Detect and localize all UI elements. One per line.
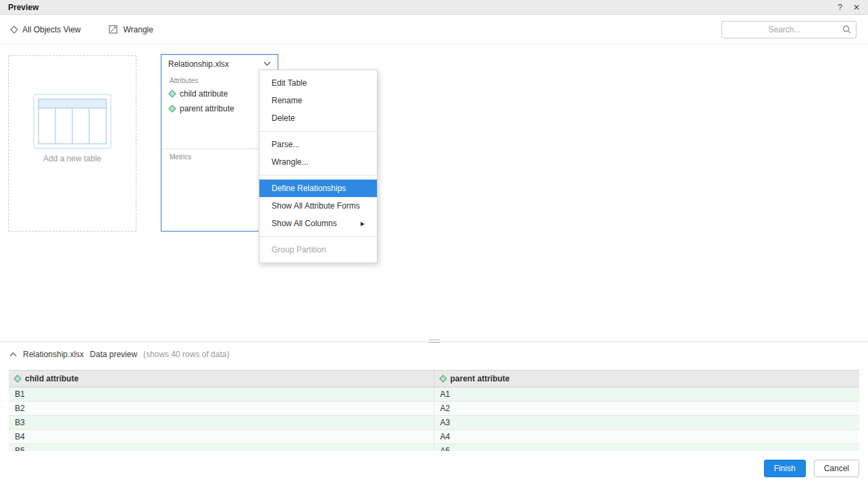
title-bar: Preview ? ✕ [0,0,868,15]
close-icon[interactable]: ✕ [853,0,860,15]
table-context-menu: Edit Table Rename Delete Parse... Wrangl… [259,70,378,263]
attribute-icon [14,375,21,382]
footer-bar: Finish Cancel [0,451,868,486]
table-cell: A2 [434,402,860,415]
add-new-table-card[interactable]: Add a new table [8,55,136,232]
table-cell: B3 [9,416,434,429]
menu-item-show-all-columns[interactable]: Show All Columns ▶ [259,215,377,232]
search-icon[interactable] [842,25,851,34]
canvas: Add a new table Relationship.xlsx Attrib… [0,45,868,342]
wrangle-label: Wrangle [123,25,153,34]
menu-group: Edit Table Rename Delete [259,70,377,132]
table-cell: B5 [9,444,434,451]
preview-subtitle: Data preview [90,350,137,359]
menu-item-delete[interactable]: Delete [259,109,377,127]
attribute-label: child attribute [180,89,228,99]
attribute-icon [168,90,176,97]
add-new-table-label: Add a new table [9,154,136,163]
cancel-button[interactable]: Cancel [814,460,859,477]
column-header-label: parent attribute [451,374,510,383]
table-cell: A3 [434,416,860,429]
table-row[interactable]: B4 A4 [9,430,859,444]
attribute-label: parent attribute [180,104,234,113]
table-header-row: child attribute parent attribute [9,370,859,387]
menu-item-rename[interactable]: Rename [259,92,377,109]
menu-group: Group Partition [259,237,377,263]
table-row[interactable]: B5 A5 [9,444,859,451]
menu-item-group-partition: Group Partition [259,241,377,259]
menu-item-show-all-attribute-forms[interactable]: Show All Attribute Forms [259,197,377,215]
menu-item-parse[interactable]: Parse... [259,136,377,153]
wrangle-icon [109,25,118,34]
table-row[interactable]: B3 A3 [9,416,859,430]
menu-item-label: Show All Columns [272,219,337,228]
preview-table-name: Relationship.xlsx [23,350,84,359]
menu-item-wrangle[interactable]: Wrangle... [259,153,377,171]
table-row[interactable]: B1 A1 [9,387,859,402]
search-input[interactable] [727,24,842,35]
attribute-icon [168,105,176,112]
table-card-title: Relationship.xlsx [168,59,229,69]
help-icon[interactable]: ? [838,0,842,15]
wrangle-button[interactable]: Wrangle [109,25,153,34]
search-box [721,21,857,38]
table-placeholder-icon [33,94,111,149]
diamond-outline-icon [10,26,18,33]
column-header-parent-attribute[interactable]: parent attribute [434,371,860,387]
table-row[interactable]: B2 A2 [9,402,859,416]
toolbar: All Objects View Wrangle [0,15,868,45]
preview-row-count-note: (shows 40 rows of data) [143,350,229,359]
menu-group: Define Relationships Show All Attribute … [259,176,377,237]
splitter-handle[interactable] [429,340,440,343]
titlebar-actions: ? ✕ [838,0,860,15]
table-cell: B2 [9,402,434,415]
attribute-icon [439,375,446,382]
data-preview-header: Relationship.xlsx Data preview (shows 40… [0,346,868,362]
table-cell: A5 [434,444,860,451]
menu-item-define-relationships[interactable]: Define Relationships [259,180,377,197]
table-cell: B4 [9,430,434,443]
collapse-chevron-icon[interactable] [9,352,17,357]
column-header-child-attribute[interactable]: child attribute [9,371,434,387]
menu-item-edit-table[interactable]: Edit Table [259,74,377,92]
column-header-label: child attribute [25,374,78,383]
table-cell: A4 [434,430,860,443]
all-objects-view-label: All Objects View [22,25,80,34]
chevron-down-icon [263,61,271,66]
finish-button[interactable]: Finish [764,460,806,477]
menu-group: Parse... Wrangle... [259,132,377,176]
submenu-arrow-icon: ▶ [361,221,365,227]
data-preview-table: child attribute parent attribute B1 A1 B… [9,370,859,451]
table-cell: A1 [434,387,860,401]
table-cell: B1 [9,387,434,401]
all-objects-view-button[interactable]: All Objects View [11,25,80,34]
window-title: Preview [8,3,39,12]
